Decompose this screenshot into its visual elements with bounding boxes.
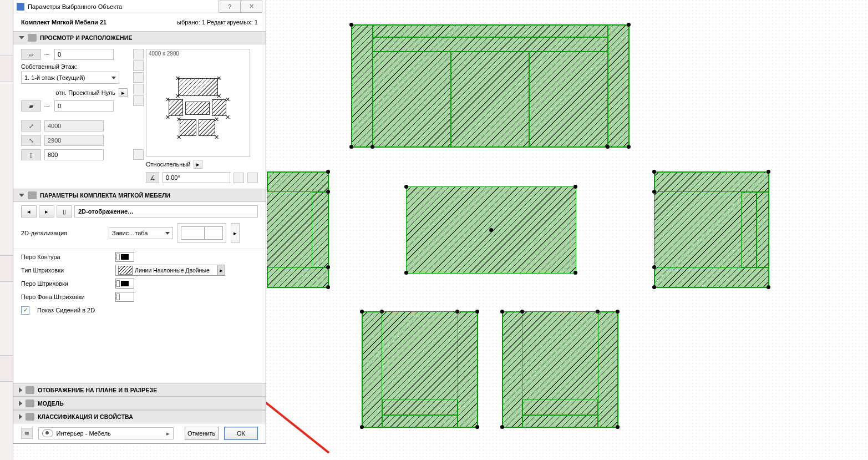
detail-select[interactable]: Завис…таба xyxy=(109,227,173,239)
layer-select[interactable]: Интерьер - Мебель ▸ xyxy=(38,427,174,439)
param-label: Показ Сидений в 2D xyxy=(37,307,95,314)
hatch-bg-pen-picker[interactable] xyxy=(115,292,134,302)
object-preview: 4000 x 2900 ✕✕ ✕✕ ✕✕ ✕✕ ✕✕ ✕✕ xyxy=(146,49,250,156)
detail-label: 2D-детализация xyxy=(21,230,104,236)
param-label: Перо Штриховки xyxy=(21,280,110,287)
mirror-x-button[interactable] xyxy=(234,173,244,183)
section-params-header[interactable]: ПАРАМЕТРЫ КОМПЛЕКТА МЯГКОЙ МЕБЕЛИ xyxy=(13,189,266,202)
help-button[interactable]: ? xyxy=(219,1,241,13)
window-title: Параметры Выбранного Объекта xyxy=(28,3,122,10)
layer-icon: ≋ xyxy=(21,428,33,439)
chevron-right-icon xyxy=(19,414,22,419)
elevation-top-field[interactable]: 0 xyxy=(54,49,114,60)
chevron-right-icon xyxy=(19,387,22,393)
preview-mode-btn[interactable] xyxy=(133,60,144,71)
chair-right-object[interactable] xyxy=(654,171,769,288)
cancel-button[interactable]: Отменить xyxy=(185,427,219,440)
side-tab[interactable] xyxy=(0,55,13,82)
preview-dimensions: 4000 x 2900 xyxy=(149,50,179,57)
orientation-label: Относительный xyxy=(146,161,190,168)
own-floor-select[interactable]: 1. 1-й этаж (Текущий) xyxy=(21,72,119,84)
section-label: ОТОБРАЖЕНИЕ НА ПЛАНЕ И В РАЗРЕЗЕ xyxy=(38,387,157,393)
chevron-down-icon xyxy=(19,194,24,197)
preview-mode-btn[interactable] xyxy=(133,84,144,94)
section-plan-header[interactable]: ОТОБРАЖЕНИЕ НА ПЛАНЕ И В РАЗРЕЗЕ xyxy=(13,383,266,397)
selection-status: ыбрано: 1 Редактируемых: 1 xyxy=(177,19,258,26)
param-label: Перо Фона Штриховки xyxy=(21,294,110,300)
page-path[interactable]: 2D-отображение… xyxy=(74,205,258,218)
section-icon xyxy=(28,191,37,199)
param-label: Перо Контура xyxy=(21,254,110,260)
chair-left-object[interactable] xyxy=(267,171,329,288)
elevation-base-field[interactable]: 0 xyxy=(54,100,114,112)
object-settings-dialog: Параметры Выбранного Объекта ? ✕ Комплек… xyxy=(13,0,266,444)
side-rail xyxy=(0,0,13,460)
nav-forward-button[interactable]: ▸ xyxy=(39,205,54,218)
dim-y-field[interactable]: 2900 xyxy=(44,135,104,146)
hatch-icon xyxy=(118,266,133,275)
side-tab[interactable] xyxy=(0,355,13,382)
title-bar[interactable]: Параметры Выбранного Объекта ? ✕ xyxy=(13,0,266,13)
angle-icon: ∡ xyxy=(146,172,159,183)
section-label: КЛАССИФИКАЦИЯ И СВОЙСТВА xyxy=(38,413,133,420)
chevron-down-icon xyxy=(19,36,24,39)
detail-next-button[interactable]: ▸ xyxy=(231,223,240,243)
show-seats-checkbox[interactable] xyxy=(21,306,29,315)
mirror-y-button[interactable] xyxy=(247,173,258,183)
section-preview-header[interactable]: ПРОСМОТР И РАСПОЛОЖЕНИЕ xyxy=(13,31,266,44)
preview-mode-btn[interactable] xyxy=(133,95,144,106)
dim-x-field[interactable]: 4000 xyxy=(44,120,104,132)
detail-preview xyxy=(177,223,226,243)
section-label: ПРОСМОТР И РАСПОЛОЖЕНИЕ xyxy=(40,34,133,41)
reference-label: отн. Проектный Нуль xyxy=(55,89,115,96)
chair-bottom-1-object[interactable] xyxy=(362,311,478,428)
own-floor-label: Собственный Этаж: xyxy=(21,63,128,70)
nav-back-button[interactable]: ◂ xyxy=(21,205,37,218)
section-label: ПАРАМЕТРЫ КОМПЛЕКТА МЯГКОЙ МЕБЕЛИ xyxy=(40,192,170,199)
section-class-header[interactable]: КЛАССИФИКАЦИЯ И СВОЙСТВА xyxy=(13,410,266,423)
nav-page-icon[interactable]: ▯ xyxy=(57,205,72,218)
close-button[interactable]: ✕ xyxy=(240,1,262,13)
orientation-flyout[interactable]: ▸ xyxy=(194,160,202,169)
eye-icon xyxy=(42,429,53,437)
dim-x-icon: ⤢ xyxy=(21,120,41,132)
contour-pen-picker[interactable] xyxy=(115,252,134,262)
preview-mode-btn[interactable] xyxy=(133,49,144,59)
section-icon xyxy=(28,34,37,42)
height-icon: ▯ xyxy=(21,149,41,160)
object-name: Комплект Мягкой Мебели 21 xyxy=(21,19,106,26)
param-label: Тип Штриховки xyxy=(21,267,110,274)
ref-flyout-icon[interactable]: ▸ xyxy=(119,88,128,97)
side-tab[interactable] xyxy=(0,255,13,282)
chevron-right-icon xyxy=(19,401,22,406)
preview-mode-btn[interactable] xyxy=(133,72,144,83)
dim-y-icon: ⤡ xyxy=(21,135,41,146)
section-model-header[interactable]: МОДЕЛЬ xyxy=(13,397,266,410)
hatch-type-select[interactable]: Линии Наклонные Двойные ▸ xyxy=(115,265,225,276)
ok-button[interactable]: ОК xyxy=(224,427,258,440)
section-icon xyxy=(26,413,34,421)
height-field[interactable]: 800 xyxy=(44,149,104,160)
hatch-pen-picker[interactable] xyxy=(115,279,134,289)
section-icon xyxy=(26,386,34,394)
sofa-object[interactable] xyxy=(351,24,630,148)
app-icon xyxy=(17,3,24,11)
elevation-top-icon: ▱ xyxy=(21,49,41,60)
elevation-base-icon: ▰ xyxy=(21,100,41,112)
chair-bottom-2-object[interactable] xyxy=(502,311,618,428)
angle-field[interactable]: 0.00° xyxy=(163,172,230,183)
section-label: МОДЕЛЬ xyxy=(38,400,64,407)
section-icon xyxy=(26,400,34,407)
preview-mode-btn[interactable] xyxy=(133,149,144,160)
